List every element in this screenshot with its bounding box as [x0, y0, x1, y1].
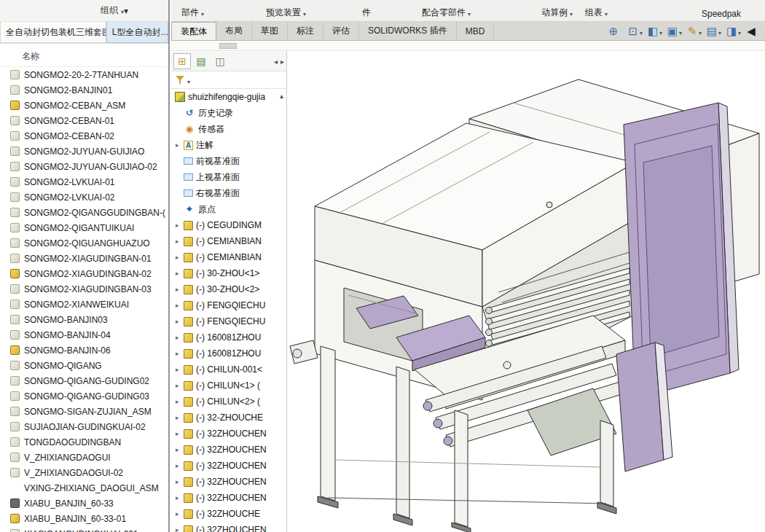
list-item[interactable]: SONGMO2-QIGANTUIKUAI: [0, 220, 168, 235]
feature-tree-item[interactable]: (-) 32ZHOUCHEN: [171, 442, 286, 458]
feature-tree-item[interactable]: 右视基准面: [171, 185, 286, 201]
assembly-root-node[interactable]: shuizhifengqie-gujia: [171, 89, 286, 105]
chevron-down-icon[interactable]: [605, 8, 608, 18]
scroll-right-icon[interactable]: [280, 58, 284, 66]
list-item[interactable]: TONGDAOGUDINGBAN: [0, 434, 168, 450]
expand-icon[interactable]: [176, 398, 184, 405]
column-header-name[interactable]: 名称: [0, 44, 168, 67]
feature-tree-item[interactable]: (-) 160081ZHOU: [171, 345, 286, 361]
expand-icon[interactable]: [176, 494, 184, 501]
expand-icon[interactable]: [176, 478, 184, 485]
list-item[interactable]: SONGMO2-CEBAN-02: [0, 128, 168, 144]
list-item[interactable]: SONGMO2-LVKUAI-02: [0, 189, 168, 205]
command-manager-tab[interactable]: 标注: [288, 22, 323, 40]
expand-icon[interactable]: [176, 430, 184, 437]
chevron-down-icon[interactable]: [468, 8, 471, 18]
expand-icon[interactable]: [176, 382, 184, 389]
list-item[interactable]: XIABU_BANJIN_60-33: [0, 496, 168, 511]
feature-tree-item[interactable]: 传感器: [171, 121, 286, 137]
list-item[interactable]: SONGMO-QIGANG-GUDING03: [0, 388, 168, 404]
list-item[interactable]: SONGMO-BANJIN-06: [0, 343, 168, 358]
machine-3d-model[interactable]: [287, 52, 765, 532]
list-item[interactable]: SONGMO-QIGANG-GUDING02: [0, 373, 168, 388]
splitter-handle[interactable]: [219, 43, 237, 49]
list-item[interactable]: XIABU_BANJIN_60-33-01: [0, 511, 168, 526]
feature-tree-item[interactable]: (-) CEMIANBIAN: [171, 233, 286, 249]
feature-tree-item[interactable]: (-) 30-ZHOU<1>: [171, 265, 286, 281]
ribbon-command-button[interactable]: 部件: [181, 7, 204, 19]
expand-icon[interactable]: [176, 414, 184, 421]
feature-tree-item[interactable]: 历史记录: [171, 105, 286, 121]
list-item[interactable]: SONGMO2-XIANWEIKUAI: [0, 297, 168, 312]
chevron-down-icon[interactable]: [640, 25, 643, 38]
list-item[interactable]: SONGMO2-CEBAN-01: [0, 113, 168, 128]
command-manager-tab[interactable]: 评估: [323, 22, 359, 40]
list-item[interactable]: SONGMO2-QIGUANGHUAZUO: [0, 235, 168, 251]
expand-icon[interactable]: [176, 302, 184, 309]
list-item[interactable]: V_ZHIXIANGDAOGUI-02: [0, 465, 168, 480]
list-item[interactable]: SONGMO-BANJIN03: [0, 312, 168, 327]
chevron-down-icon[interactable]: [659, 25, 662, 38]
feature-tree-item[interactable]: 注解: [171, 137, 286, 153]
list-item[interactable]: VXING-ZHIXIANG_DAOGUI_ASM: [0, 480, 168, 496]
list-item[interactable]: SONGMO-BANJIN-04: [0, 327, 168, 343]
list-item[interactable]: SONGMO2-BANJIN01: [0, 82, 168, 98]
ribbon-command-button[interactable]: 动算例: [541, 7, 573, 19]
configurationmanager-tab[interactable]: [211, 53, 229, 69]
feature-tree-item[interactable]: 前视基准面: [171, 153, 286, 169]
chevron-down-icon[interactable]: [738, 25, 741, 38]
ribbon-command-button[interactable]: 组表: [585, 7, 608, 19]
ribbon-command-button[interactable]: 配合零部件: [422, 7, 471, 19]
feature-tree-item[interactable]: (-) 160081ZHOU: [171, 329, 286, 345]
expand-icon[interactable]: [176, 462, 184, 469]
feature-tree-item[interactable]: 上视基准面: [171, 169, 286, 185]
list-item[interactable]: SONGMO2-JUYUAN-GUIJIAO-02: [0, 159, 168, 174]
list-item[interactable]: SONGMO2-CEBAN_ASM: [0, 98, 168, 113]
chevron-down-icon[interactable]: [679, 25, 682, 38]
expand-icon[interactable]: [176, 238, 184, 245]
collapse-tree-icon[interactable]: [280, 92, 283, 100]
list-item[interactable]: XIASIGANGUDINGKUAI-001: [0, 526, 168, 532]
feature-tree-item[interactable]: (-) 32ZHOUCHEN: [171, 458, 286, 474]
feature-tree-item[interactable]: (-) CEGUDINGM: [171, 217, 286, 233]
list-item[interactable]: SONGMO2-20-2-7TANHUAN: [0, 67, 168, 82]
expand-icon[interactable]: [176, 141, 184, 149]
organize-menu[interactable]: 组织: [101, 4, 118, 17]
scroll-left-icon[interactable]: [274, 58, 278, 66]
feature-tree-item[interactable]: (-) 32ZHOUCHEN: [171, 522, 286, 532]
ribbon-command-button[interactable]: 件: [362, 7, 376, 19]
view-orientation-icon[interactable]: [664, 23, 683, 39]
feature-tree-item[interactable]: (-) FENGQIECHU: [171, 313, 286, 329]
ribbon-command-button[interactable]: Speedpak: [702, 9, 746, 19]
chevron-down-icon[interactable]: [187, 74, 190, 87]
featuremanager-tree-tab[interactable]: [173, 53, 191, 69]
view-settings-icon[interactable]: [723, 23, 742, 39]
expand-icon[interactable]: [176, 286, 184, 293]
expand-icon[interactable]: [176, 222, 184, 229]
list-item[interactable]: SONGMO2-XIAGUDINGBAN-03: [0, 281, 168, 297]
list-item[interactable]: SONGMO2-XIAGUDINGBAN-01: [0, 251, 168, 266]
propertymanager-tab[interactable]: [192, 53, 210, 69]
list-item[interactable]: SONGMO2-JUYUAN-GUIJIAO: [0, 144, 168, 159]
feature-tree-item[interactable]: (-) 32ZHOUCHEN: [171, 474, 286, 490]
scene-icon[interactable]: [704, 23, 723, 39]
chevron-down-icon[interactable]: [570, 8, 573, 18]
zoom-to-area-icon[interactable]: [625, 23, 644, 39]
chevron-down-icon[interactable]: [699, 25, 702, 38]
list-item[interactable]: SONGMO2-XIAGUDINGBAN-02: [0, 266, 168, 281]
expand-icon[interactable]: [176, 526, 184, 532]
command-manager-tab[interactable]: SOLIDWORKS 插件: [359, 22, 457, 40]
section-view-icon[interactable]: [645, 23, 664, 39]
ribbon-command-button[interactable]: 预览装置: [266, 7, 306, 19]
list-item[interactable]: SONGMO-SIGAN-ZUJIAN_ASM: [0, 404, 168, 419]
feature-tree-item[interactable]: (-) 32ZHOUCHEN: [171, 426, 286, 442]
expand-icon[interactable]: [176, 366, 184, 373]
expand-icon[interactable]: [176, 254, 184, 261]
feature-tree-item[interactable]: (-) 32ZHOUCHEN: [171, 490, 286, 506]
feature-tree-item[interactable]: (-) 30-ZHOU<2>: [171, 281, 286, 297]
list-item[interactable]: V_ZHIXIANGDAOGUI: [0, 450, 168, 465]
filter-funnel-icon[interactable]: [175, 75, 185, 85]
feature-tree-item[interactable]: 原点: [171, 201, 286, 217]
pane-collapse-icon[interactable]: [743, 23, 762, 39]
edit-appearance-icon[interactable]: [684, 23, 703, 39]
